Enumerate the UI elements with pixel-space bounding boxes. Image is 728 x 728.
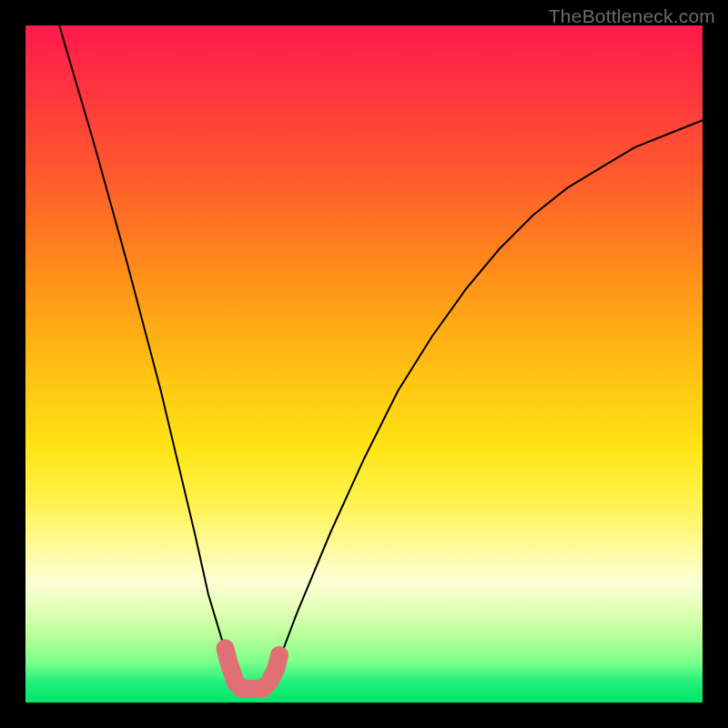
watermark-text: TheBottleneck.com (549, 5, 715, 27)
plot-area (25, 25, 703, 703)
optimal-range-marker (226, 649, 280, 690)
curve-svg (25, 25, 703, 703)
bottleneck-curve-path (59, 25, 703, 689)
chart-frame: TheBottleneck.com (0, 0, 728, 728)
